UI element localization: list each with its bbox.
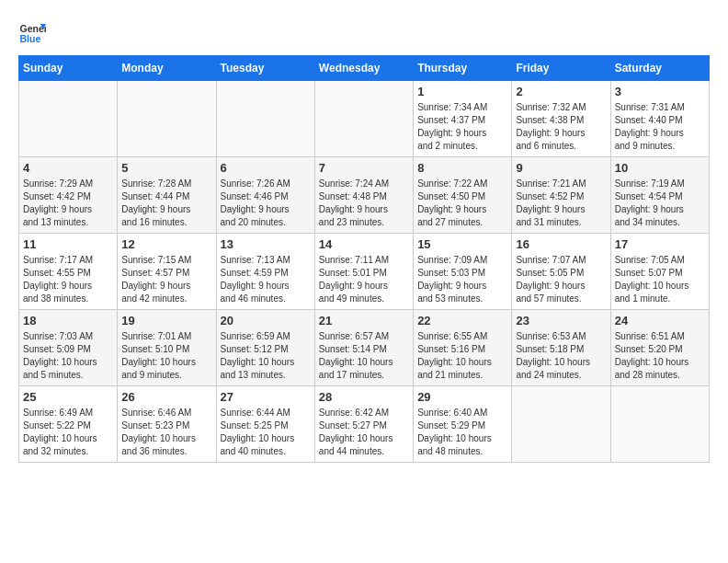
page-header: General Blue <box>18 18 710 46</box>
weekday-header-monday: Monday <box>118 56 216 81</box>
calendar-cell: 21Sunrise: 6:57 AM Sunset: 5:14 PM Dayli… <box>314 310 413 386</box>
day-info: Sunrise: 6:46 AM Sunset: 5:23 PM Dayligh… <box>121 407 211 458</box>
day-number: 24 <box>615 314 705 327</box>
calendar-cell: 9Sunrise: 7:21 AM Sunset: 4:52 PM Daylig… <box>512 157 610 234</box>
calendar-week-0: 1Sunrise: 7:34 AM Sunset: 4:37 PM Daylig… <box>19 81 710 157</box>
calendar-cell: 29Sunrise: 6:40 AM Sunset: 5:29 PM Dayli… <box>414 386 512 463</box>
day-info: Sunrise: 7:05 AM Sunset: 5:07 PM Dayligh… <box>615 254 705 305</box>
day-number: 23 <box>516 314 606 327</box>
calendar-cell <box>512 386 610 463</box>
calendar-cell: 4Sunrise: 7:29 AM Sunset: 4:42 PM Daylig… <box>19 157 118 234</box>
calendar-cell: 11Sunrise: 7:17 AM Sunset: 4:55 PM Dayli… <box>19 234 118 310</box>
calendar-cell: 22Sunrise: 6:55 AM Sunset: 5:16 PM Dayli… <box>414 310 512 386</box>
day-info: Sunrise: 7:29 AM Sunset: 4:42 PM Dayligh… <box>23 178 113 229</box>
calendar-cell: 26Sunrise: 6:46 AM Sunset: 5:23 PM Dayli… <box>118 386 216 463</box>
calendar-cell: 14Sunrise: 7:11 AM Sunset: 5:01 PM Dayli… <box>314 234 413 310</box>
day-number: 20 <box>221 314 311 327</box>
day-info: Sunrise: 7:15 AM Sunset: 4:57 PM Dayligh… <box>121 254 211 305</box>
calendar-week-4: 25Sunrise: 6:49 AM Sunset: 5:22 PM Dayli… <box>19 386 710 463</box>
calendar-cell <box>314 81 413 157</box>
day-info: Sunrise: 6:53 AM Sunset: 5:18 PM Dayligh… <box>516 330 606 382</box>
day-number: 8 <box>417 161 507 175</box>
day-info: Sunrise: 7:07 AM Sunset: 5:05 PM Dayligh… <box>516 254 606 305</box>
day-number: 18 <box>23 314 113 327</box>
calendar-cell: 1Sunrise: 7:34 AM Sunset: 4:37 PM Daylig… <box>414 81 512 157</box>
weekday-header-wednesday: Wednesday <box>314 56 413 81</box>
day-number: 15 <box>417 237 507 251</box>
day-info: Sunrise: 7:03 AM Sunset: 5:09 PM Dayligh… <box>23 330 113 382</box>
logo: General Blue <box>18 18 50 46</box>
day-number: 14 <box>319 237 409 251</box>
day-info: Sunrise: 7:24 AM Sunset: 4:48 PM Dayligh… <box>319 178 409 229</box>
day-number: 3 <box>615 85 705 98</box>
day-info: Sunrise: 6:59 AM Sunset: 5:12 PM Dayligh… <box>221 330 311 382</box>
day-number: 25 <box>23 390 113 404</box>
calendar-week-2: 11Sunrise: 7:17 AM Sunset: 4:55 PM Dayli… <box>19 234 710 310</box>
weekday-header-saturday: Saturday <box>610 56 709 81</box>
calendar-cell: 17Sunrise: 7:05 AM Sunset: 5:07 PM Dayli… <box>610 234 709 310</box>
weekday-header-sunday: Sunday <box>19 56 118 81</box>
day-info: Sunrise: 7:28 AM Sunset: 4:44 PM Dayligh… <box>121 178 211 229</box>
weekday-header-tuesday: Tuesday <box>216 56 314 81</box>
day-info: Sunrise: 6:42 AM Sunset: 5:27 PM Dayligh… <box>319 407 409 458</box>
day-info: Sunrise: 7:09 AM Sunset: 5:03 PM Dayligh… <box>417 254 507 305</box>
calendar-cell <box>610 386 709 463</box>
day-number: 28 <box>319 390 409 404</box>
day-number: 27 <box>221 390 311 404</box>
calendar-cell: 15Sunrise: 7:09 AM Sunset: 5:03 PM Dayli… <box>414 234 512 310</box>
day-info: Sunrise: 7:01 AM Sunset: 5:10 PM Dayligh… <box>121 330 211 382</box>
weekday-header-friday: Friday <box>512 56 610 81</box>
day-number: 4 <box>23 161 113 175</box>
calendar-cell <box>19 81 118 157</box>
day-number: 26 <box>121 390 211 404</box>
day-info: Sunrise: 7:34 AM Sunset: 4:37 PM Dayligh… <box>417 101 507 153</box>
day-number: 29 <box>417 390 507 404</box>
day-number: 10 <box>615 161 705 175</box>
day-number: 11 <box>23 237 113 251</box>
calendar-cell: 19Sunrise: 7:01 AM Sunset: 5:10 PM Dayli… <box>118 310 216 386</box>
calendar-cell: 8Sunrise: 7:22 AM Sunset: 4:50 PM Daylig… <box>414 157 512 234</box>
day-info: Sunrise: 7:17 AM Sunset: 4:55 PM Dayligh… <box>23 254 113 305</box>
calendar-cell: 10Sunrise: 7:19 AM Sunset: 4:54 PM Dayli… <box>610 157 709 234</box>
calendar-cell: 7Sunrise: 7:24 AM Sunset: 4:48 PM Daylig… <box>314 157 413 234</box>
calendar-cell: 23Sunrise: 6:53 AM Sunset: 5:18 PM Dayli… <box>512 310 610 386</box>
calendar-cell: 28Sunrise: 6:42 AM Sunset: 5:27 PM Dayli… <box>314 386 413 463</box>
calendar-cell: 6Sunrise: 7:26 AM Sunset: 4:46 PM Daylig… <box>216 157 314 234</box>
calendar-table: SundayMondayTuesdayWednesdayThursdayFrid… <box>18 55 710 463</box>
calendar-cell: 2Sunrise: 7:32 AM Sunset: 4:38 PM Daylig… <box>512 81 610 157</box>
day-info: Sunrise: 6:57 AM Sunset: 5:14 PM Dayligh… <box>319 330 409 382</box>
calendar-cell: 18Sunrise: 7:03 AM Sunset: 5:09 PM Dayli… <box>19 310 118 386</box>
calendar-cell: 24Sunrise: 6:51 AM Sunset: 5:20 PM Dayli… <box>610 310 709 386</box>
calendar-cell: 5Sunrise: 7:28 AM Sunset: 4:44 PM Daylig… <box>118 157 216 234</box>
calendar-cell <box>216 81 314 157</box>
day-info: Sunrise: 7:21 AM Sunset: 4:52 PM Dayligh… <box>516 178 606 229</box>
day-number: 13 <box>221 237 311 251</box>
day-number: 16 <box>516 237 606 251</box>
calendar-cell <box>118 81 216 157</box>
day-info: Sunrise: 6:44 AM Sunset: 5:25 PM Dayligh… <box>221 407 311 458</box>
logo-icon: General Blue <box>18 18 46 46</box>
svg-text:Blue: Blue <box>20 33 41 44</box>
day-info: Sunrise: 6:49 AM Sunset: 5:22 PM Dayligh… <box>23 407 113 458</box>
day-info: Sunrise: 7:26 AM Sunset: 4:46 PM Dayligh… <box>221 178 311 229</box>
day-info: Sunrise: 7:22 AM Sunset: 4:50 PM Dayligh… <box>417 178 507 229</box>
day-number: 21 <box>319 314 409 327</box>
calendar-cell: 12Sunrise: 7:15 AM Sunset: 4:57 PM Dayli… <box>118 234 216 310</box>
day-info: Sunrise: 6:51 AM Sunset: 5:20 PM Dayligh… <box>615 330 705 382</box>
day-info: Sunrise: 7:32 AM Sunset: 4:38 PM Dayligh… <box>516 101 606 153</box>
day-number: 17 <box>615 237 705 251</box>
day-info: Sunrise: 7:13 AM Sunset: 4:59 PM Dayligh… <box>221 254 311 305</box>
day-number: 6 <box>221 161 311 175</box>
calendar-cell: 3Sunrise: 7:31 AM Sunset: 4:40 PM Daylig… <box>610 81 709 157</box>
day-info: Sunrise: 6:40 AM Sunset: 5:29 PM Dayligh… <box>417 407 507 458</box>
day-number: 22 <box>417 314 507 327</box>
day-info: Sunrise: 7:19 AM Sunset: 4:54 PM Dayligh… <box>615 178 705 229</box>
day-number: 1 <box>417 85 507 98</box>
calendar-cell: 16Sunrise: 7:07 AM Sunset: 5:05 PM Dayli… <box>512 234 610 310</box>
day-info: Sunrise: 7:11 AM Sunset: 5:01 PM Dayligh… <box>319 254 409 305</box>
calendar-cell: 27Sunrise: 6:44 AM Sunset: 5:25 PM Dayli… <box>216 386 314 463</box>
calendar-header-row: SundayMondayTuesdayWednesdayThursdayFrid… <box>19 56 710 81</box>
calendar-week-1: 4Sunrise: 7:29 AM Sunset: 4:42 PM Daylig… <box>19 157 710 234</box>
day-info: Sunrise: 7:31 AM Sunset: 4:40 PM Dayligh… <box>615 101 705 153</box>
day-number: 5 <box>121 161 211 175</box>
